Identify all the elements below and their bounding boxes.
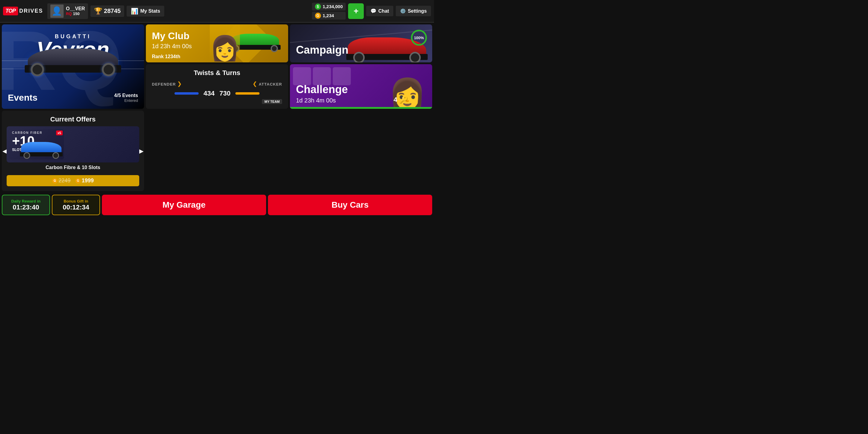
campaign-progress-circle: 100% bbox=[410, 29, 427, 46]
twists-panel[interactable]: Twists & Turns DEFENDER ❯ ❮ ATTACKER 434… bbox=[146, 64, 288, 109]
twists-vs-row: DEFENDER ❯ ❮ ATTACKER bbox=[152, 81, 282, 87]
twists-myteam-area: MY TEAM bbox=[152, 98, 282, 104]
offer-price-new: G 1999 bbox=[75, 178, 94, 184]
club-person-illustration: 👩 bbox=[210, 24, 240, 62]
events-car-image bbox=[2, 24, 144, 85]
challenge-timer: 1d 23h 4m 00s bbox=[296, 97, 426, 104]
twists-score-row: 434 730 bbox=[152, 90, 282, 97]
twists-attacker-side: ❮ ATTACKER bbox=[253, 81, 282, 87]
offers-title: Current Offers bbox=[7, 116, 139, 123]
twists-score-def: 434 bbox=[204, 90, 215, 97]
twists-attacker-bar bbox=[236, 92, 259, 95]
currency-area: $ 1,234,000 G 1,234 bbox=[312, 3, 346, 20]
player-rq-row: RQ 150 bbox=[66, 11, 85, 16]
daily-reward-label: Daily Reward in bbox=[11, 199, 41, 204]
events-count: 4/5 Events Entered bbox=[114, 93, 138, 103]
challenge-panel[interactable]: 👩 Challenge 1d 23h 4m 00s 4 🔑 bbox=[290, 64, 432, 109]
offer-card: CARBON FIBER +10 SLOTS x5 bbox=[7, 126, 139, 162]
campaign-percent: 100% bbox=[414, 36, 424, 40]
chat-label: Chat bbox=[378, 8, 389, 14]
twists-attacker-label: ATTACKER bbox=[258, 82, 282, 87]
offer-old-value: 2249 bbox=[59, 178, 70, 184]
twists-title: Twists & Turns bbox=[152, 69, 282, 77]
add-currency-button[interactable]: + bbox=[348, 3, 364, 19]
offers-panel[interactable]: Current Offers ◀ ▶ CARBON FIBER +10 SLOT… bbox=[2, 111, 144, 191]
events-num: 4/5 Events bbox=[114, 93, 138, 98]
offer-car-wheel-left bbox=[24, 152, 30, 159]
buy-cars-button[interactable]: Buy Cars bbox=[268, 195, 432, 215]
bottom-bar: Daily Reward in 01:23:40 Bonus Gift in 0… bbox=[0, 193, 434, 217]
my-club-panel[interactable]: My Club 1d 23h 4m 00s Rank 1234th 👩 bbox=[146, 24, 288, 62]
campaign-car-wheel-left bbox=[353, 52, 365, 62]
twists-score-att: 730 bbox=[219, 90, 230, 97]
twists-myteam-badge: MY TEAM bbox=[262, 99, 282, 104]
bonus-gift-label: Bonus Gift in bbox=[64, 199, 88, 204]
player-name: O__VER bbox=[66, 6, 85, 11]
my-garage-button[interactable]: My Garage bbox=[102, 195, 266, 215]
buy-cars-label: Buy Cars bbox=[332, 200, 369, 210]
challenge-tile-1 bbox=[293, 67, 311, 85]
settings-icon: ⚙️ bbox=[400, 8, 406, 14]
club-person-icon: 👩 bbox=[210, 34, 240, 62]
topbar: TOP DRIVES 👤 O__VER RQ 150 🏆 28745 📊 My … bbox=[0, 0, 434, 23]
chat-button[interactable]: 💬 Chat bbox=[366, 6, 393, 16]
twists-defender-bar bbox=[175, 92, 198, 95]
daily-reward-button[interactable]: Daily Reward in 01:23:40 bbox=[2, 195, 50, 215]
offer-x5-badge: x5 bbox=[56, 130, 63, 135]
currency-gold-row: G 1,234 bbox=[312, 12, 346, 20]
avatar: 👤 bbox=[50, 4, 64, 18]
offers-content: CARBON FIBER +10 SLOTS x5 bbox=[7, 126, 139, 186]
settings-label: Settings bbox=[408, 8, 427, 14]
trophy-area: 🏆 28745 bbox=[90, 5, 124, 17]
settings-button[interactable]: ⚙️ Settings bbox=[396, 6, 431, 16]
logo-drives: DRIVES bbox=[19, 8, 43, 14]
bugatti-wheel-right bbox=[102, 63, 115, 76]
bugatti-wheel-left bbox=[31, 63, 44, 76]
daily-reward-timer: 01:23:40 bbox=[13, 204, 39, 211]
offer-image-area: CARBON FIBER +10 SLOTS x5 bbox=[10, 129, 64, 159]
currency-gold-value: 1,234 bbox=[323, 13, 334, 18]
my-stats-button[interactable]: 📊 My Stats bbox=[127, 6, 164, 17]
chat-icon: 💬 bbox=[370, 8, 376, 14]
challenge-title: Challenge bbox=[296, 83, 426, 96]
twists-defender-label: DEFENDER bbox=[152, 82, 176, 87]
challenge-tile-3 bbox=[333, 67, 351, 85]
currency-silver-value: 1,234,000 bbox=[323, 4, 343, 9]
twists-defender-side: DEFENDER ❯ bbox=[152, 81, 182, 87]
bonus-gift-timer: 00:12:34 bbox=[63, 204, 89, 211]
challenge-bg-tiles bbox=[293, 67, 351, 85]
player-avatar-area: 👤 O__VER RQ 150 bbox=[47, 3, 88, 19]
logo-top: TOP bbox=[3, 7, 18, 16]
logo-area: TOP DRIVES bbox=[3, 7, 43, 16]
rq-value: 150 bbox=[73, 11, 80, 16]
stats-icon: 📊 bbox=[131, 7, 138, 15]
trophy-icon: 🏆 bbox=[94, 7, 102, 15]
garage-label: My Garage bbox=[162, 200, 206, 210]
challenge-progress-bar bbox=[290, 107, 432, 109]
offer-gold-icon-new: G bbox=[75, 178, 81, 184]
events-entered: Entered bbox=[114, 98, 138, 103]
bonus-gift-button[interactable]: Bonus Gift in 00:12:34 bbox=[52, 195, 100, 215]
twists-chevron-right: ❯ bbox=[177, 81, 182, 87]
carbon-fiber-label: CARBON FIBER bbox=[12, 131, 42, 134]
challenge-tile-2 bbox=[313, 67, 331, 85]
twists-chevron-left: ❮ bbox=[253, 81, 258, 87]
main-grid: RQ BUGATTI Veyron GRAND SPORT Events 4/5… bbox=[0, 23, 434, 193]
currency-silver-icon: $ bbox=[315, 4, 321, 10]
offer-car-wheel-right bbox=[53, 152, 59, 159]
offer-gold-icon-old: G bbox=[52, 178, 58, 184]
stats-label: My Stats bbox=[140, 8, 160, 14]
campaign-label: Campaign bbox=[296, 44, 348, 56]
player-info: O__VER RQ 150 bbox=[66, 6, 85, 16]
offer-price-bar[interactable]: G 2249 G 1999 bbox=[7, 175, 139, 186]
offer-price-old: G 2249 bbox=[52, 178, 70, 184]
offer-new-value: 1999 bbox=[82, 178, 94, 184]
offer-car-container bbox=[19, 135, 64, 159]
campaign-car-wheel-right bbox=[409, 52, 421, 62]
offer-car bbox=[19, 135, 64, 159]
rq-label: RQ bbox=[66, 11, 72, 16]
events-panel[interactable]: RQ BUGATTI Veyron GRAND SPORT Events 4/5… bbox=[2, 24, 144, 109]
currency-gold-icon: G bbox=[315, 13, 321, 19]
campaign-panel[interactable]: Campaign 100% bbox=[290, 24, 432, 62]
offer-name: Carbon Fibre & 10 Slots bbox=[45, 165, 100, 170]
